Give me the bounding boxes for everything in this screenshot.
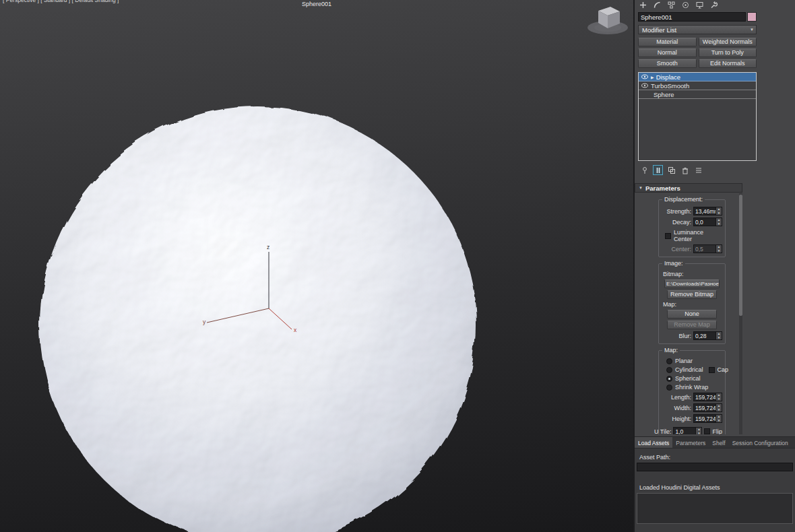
turn-to-poly-button[interactable]: Turn to Poly bbox=[699, 48, 757, 57]
blur-label: Blur: bbox=[678, 333, 691, 339]
remove-bitmap-button[interactable]: Remove Bitmap bbox=[667, 290, 717, 299]
spherical-label: Spherical bbox=[675, 375, 701, 382]
blur-value[interactable]: 0,28 bbox=[693, 331, 716, 340]
tab-load-assets[interactable]: Load Assets bbox=[635, 437, 672, 448]
shrink-wrap-radio[interactable] bbox=[666, 385, 672, 391]
spinner-arrows[interactable]: ▲▼ bbox=[716, 207, 722, 215]
chevron-down-icon: ▼ bbox=[750, 28, 754, 32]
spinner-arrows[interactable]: ▲▼ bbox=[716, 414, 722, 423]
weighted-normals-button[interactable]: Weighted Normals bbox=[699, 38, 757, 46]
spinner-down-icon[interactable]: ▼ bbox=[696, 432, 701, 434]
length-spinner[interactable]: 159,724 ▲▼ bbox=[693, 393, 722, 401]
edit-normals-button[interactable]: Edit Normals bbox=[699, 59, 757, 68]
blur-spinner[interactable]: 0,28 ▲▼ bbox=[693, 331, 722, 340]
length-value[interactable]: 159,724 bbox=[693, 393, 716, 401]
planar-radio[interactable] bbox=[666, 358, 672, 364]
command-panel: Modifier List ▼ Material Weighted Normal… bbox=[635, 0, 795, 436]
viewport[interactable]: z y x [ Perspective ] [ Standard ] [ Def… bbox=[0, 0, 635, 532]
decay-value[interactable]: 0,0 bbox=[693, 218, 716, 226]
spinner-arrows[interactable]: ▲▼ bbox=[716, 393, 722, 401]
spinner-arrows[interactable]: ▲▼ bbox=[716, 403, 722, 412]
motion-tab-icon[interactable] bbox=[681, 1, 689, 9]
height-spinner[interactable]: 159,724 ▲▼ bbox=[693, 414, 722, 423]
pin-stack-icon[interactable] bbox=[639, 165, 649, 175]
modifier-quick-buttons: Material Weighted Normals Normal Turn to… bbox=[638, 38, 757, 68]
y-axis-label: y bbox=[203, 319, 206, 325]
spherical-radio[interactable] bbox=[666, 376, 672, 382]
create-tab-icon[interactable] bbox=[639, 1, 647, 9]
decay-label: Decay: bbox=[672, 219, 691, 226]
tab-parameters[interactable]: Parameters bbox=[672, 437, 709, 448]
modify-tab-icon[interactable] bbox=[653, 1, 661, 9]
stack-row-label: Displace bbox=[656, 73, 680, 81]
configure-modifier-sets-icon[interactable] bbox=[693, 165, 703, 175]
visibility-eye-icon[interactable] bbox=[641, 74, 649, 79]
cylindrical-label: Cylindrical bbox=[675, 366, 703, 373]
tab-session-configuration[interactable]: Session Configuration bbox=[729, 437, 792, 448]
stack-row-label: TurboSmooth bbox=[651, 82, 689, 90]
spinner-arrows[interactable]: ▲▼ bbox=[716, 218, 722, 226]
u-tile-spinner[interactable]: 1,0 ▲▼ bbox=[673, 427, 702, 434]
viewcube[interactable] bbox=[583, 3, 631, 38]
display-tab-icon[interactable] bbox=[695, 1, 703, 9]
spinner-down-icon[interactable]: ▼ bbox=[716, 408, 722, 412]
asset-path-input[interactable] bbox=[637, 463, 793, 471]
cap-checkbox[interactable] bbox=[709, 367, 715, 373]
stack-row-sphere[interactable]: Sphere bbox=[639, 90, 756, 99]
expand-arrow-icon[interactable]: ▶ bbox=[651, 75, 654, 79]
modifier-list-label: Modifier List bbox=[642, 26, 676, 34]
rollout-parameters-header[interactable]: ▼ Parameters bbox=[635, 183, 742, 193]
spinner-down-icon[interactable]: ▼ bbox=[716, 211, 722, 215]
map-none-button[interactable]: None bbox=[667, 310, 717, 319]
center-spinner: 0,5 ▲▼ bbox=[693, 244, 722, 253]
strength-value[interactable]: 13,46mm bbox=[693, 207, 716, 215]
hierarchy-tab-icon[interactable] bbox=[667, 1, 675, 9]
height-value[interactable]: 159,724 bbox=[693, 414, 716, 423]
spinner-arrows[interactable]: ▲▼ bbox=[696, 427, 702, 434]
decay-spinner[interactable]: 0,0 ▲▼ bbox=[693, 218, 722, 226]
modifier-list-dropdown[interactable]: Modifier List ▼ bbox=[638, 25, 757, 34]
smooth-button[interactable]: Smooth bbox=[638, 59, 697, 68]
visibility-eye-icon[interactable] bbox=[641, 83, 649, 88]
shrink-wrap-label: Shrink Wrap bbox=[675, 384, 708, 391]
displacement-group: Displacement: Strength: 13,46mm ▲▼ Decay… bbox=[658, 199, 726, 257]
spinner-down-icon[interactable]: ▼ bbox=[716, 336, 722, 340]
luminance-center-checkbox[interactable] bbox=[665, 233, 671, 239]
planar-label: Planar bbox=[675, 358, 693, 364]
asset-path-label: Asset Path: bbox=[639, 454, 795, 461]
rollout-scrollbar[interactable] bbox=[739, 193, 742, 434]
material-button[interactable]: Material bbox=[638, 38, 697, 46]
height-label: Height: bbox=[672, 415, 691, 422]
width-spinner[interactable]: 159,724 ▲▼ bbox=[693, 403, 722, 412]
utilities-tab-icon[interactable] bbox=[709, 1, 718, 9]
viewport-object-name: Sphere001 bbox=[302, 1, 331, 7]
loaded-assets-listbox[interactable] bbox=[637, 493, 793, 524]
strength-spinner[interactable]: 13,46mm ▲▼ bbox=[693, 207, 722, 215]
u-tile-value[interactable]: 1,0 bbox=[673, 427, 696, 434]
map-group: Map: Planar Cylindrical Cap Spherical bbox=[658, 350, 726, 434]
width-value[interactable]: 159,724 bbox=[693, 403, 716, 412]
remove-modifier-trash-icon[interactable] bbox=[680, 165, 690, 175]
object-color-swatch[interactable] bbox=[747, 12, 757, 22]
show-end-result-icon[interactable] bbox=[653, 165, 663, 175]
spinner-down-icon[interactable]: ▼ bbox=[716, 222, 722, 226]
spinner-down-icon[interactable]: ▼ bbox=[716, 397, 722, 401]
map-label: Map: bbox=[663, 301, 723, 308]
make-unique-icon[interactable] bbox=[666, 165, 676, 175]
x-axis-label: x bbox=[294, 327, 297, 333]
stack-row-displace[interactable]: ▶ Displace bbox=[639, 73, 756, 81]
viewport-label[interactable]: [ Perspective ] [ Standard ] [ Default S… bbox=[3, 0, 119, 3]
rollout-title: Parameters bbox=[645, 185, 680, 192]
spinner-arrows[interactable]: ▲▼ bbox=[716, 331, 722, 340]
rollout-scrollbar-thumb[interactable] bbox=[739, 195, 742, 316]
command-panel-tabs bbox=[639, 1, 718, 9]
spinner-down-icon[interactable]: ▼ bbox=[716, 419, 722, 423]
u-flip-checkbox[interactable] bbox=[704, 428, 710, 434]
object-name-field[interactable] bbox=[638, 12, 746, 22]
cylindrical-radio[interactable] bbox=[666, 367, 672, 373]
width-label: Width: bbox=[674, 405, 691, 411]
tab-shelf[interactable]: Shelf bbox=[709, 437, 728, 448]
stack-row-turbosmooth[interactable]: TurboSmooth bbox=[639, 81, 756, 90]
bitmap-path-button[interactable]: E:\Downloads\Разное\З bbox=[664, 279, 720, 288]
normal-button[interactable]: Normal bbox=[638, 48, 697, 57]
